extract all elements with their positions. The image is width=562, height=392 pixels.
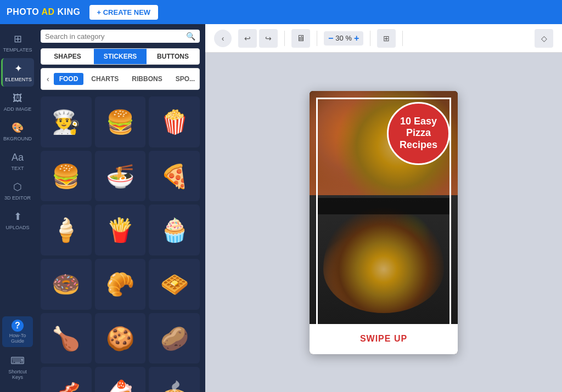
sticker-item-extra3[interactable]: 🥧 [149,367,200,392]
preview-button[interactable]: 🖥 [291,29,310,48]
uploads-label: UPLOADS [5,225,29,230]
sticker-item-cupcake[interactable]: 🧁 [149,204,200,255]
eraser-button[interactable]: ◇ [535,29,553,48]
toolbar-divider-3 [370,31,370,46]
sticker-item-potato[interactable]: 🥔 [149,313,200,364]
shortcuts-label: Shortcut Keys [3,369,32,380]
sticker-item-noodles[interactable]: 🍜 [95,151,146,202]
sidebar-item-uploads[interactable]: ⬆ UPLOADS [1,206,34,235]
tab-stickers[interactable]: STICKERS [94,49,147,64]
pizza-bottom-visual [323,203,444,313]
zoom-control: − 30 % + [324,31,363,46]
main-layout: ⊞ TEMPLATES ✦ ELEMENTS 🖼 ADD IMAGE 🎨 BKG… [0,24,562,392]
undo-redo-group: ↩ ↪ [238,29,278,48]
undo-button[interactable]: ↩ [238,29,257,48]
3d-editor-icon: ⬡ [12,181,24,193]
add-image-label: ADD IMAGE [4,106,32,112]
sticker-item-cookie[interactable]: 🍪 [95,313,146,364]
app-header: PHOTO AD KING + CREATE NEW [0,0,562,24]
sidebar-item-text[interactable]: Aa TEXT [1,147,34,175]
sticker-item-burger[interactable]: 🍔 [95,96,146,147]
sidebar-item-templates[interactable]: ⊞ TEMPLATES [1,29,34,57]
toolbar-divider-4 [402,31,403,46]
toolbar: ‹ ↩ ↪ 🖥 − 30 % + ⊞ ◇ [205,24,562,53]
background-label: BKGROUND [3,136,32,141]
subtab-spo[interactable]: SPO... [170,73,200,85]
subcategory-row: ‹ FOOD CHARTS RIBBONS SPO... › ⤢ [41,68,200,90]
subtab-charts[interactable]: CHARTS [86,73,124,85]
workspace: 10 Easy Pizza Recipes SWIPE UP [205,53,562,392]
red-circle-badge: 10 Easy Pizza Recipes [387,102,450,165]
subtab-food[interactable]: FOOD [54,73,84,85]
sticker-item-waffle[interactable]: 🧇 [149,259,200,310]
swipe-up-bar: SWIPE UP [310,324,458,354]
subcategory-prev-button[interactable]: ‹ [44,73,52,84]
sticker-item-donut[interactable]: 🍩 [41,259,92,310]
sidebar-item-shortcuts[interactable]: ⌨ Shortcut Keys [1,350,34,384]
sticker-item-extra2[interactable]: 🍰 [95,367,146,392]
how-to-label: How-To Guide [5,333,30,344]
text-icon: Aa [12,151,24,163]
sticker-item-croissant[interactable]: 🥐 [95,259,146,310]
uploads-icon: ⬆ [12,211,24,223]
sticker-item-burger2[interactable]: 🍔 [41,151,92,202]
sticker-item-fries[interactable]: 🍟 [95,204,146,255]
create-new-button[interactable]: + CREATE NEW [89,5,159,20]
tab-shapes[interactable]: SHAPES [41,49,94,64]
category-tabs: SHAPES STICKERS BUTTONS [41,48,200,65]
zoom-plus-button[interactable]: + [354,33,359,43]
canvas-area: ‹ ↩ ↪ 🖥 − 30 % + ⊞ ◇ [205,24,562,392]
elements-panel: 🔍 SHAPES STICKERS BUTTONS ‹ FOOD CHARTS … [35,24,205,392]
swipe-up-text: SWIPE UP [360,334,407,344]
elements-label: ELEMENTS [5,77,32,82]
sidebar-item-add-image[interactable]: 🖼 ADD IMAGE [1,88,34,116]
logo-highlight: AD [41,7,54,16]
sidebar-item-elements[interactable]: ✦ ELEMENTS [1,58,34,87]
redo-button[interactable]: ↪ [259,29,278,48]
sidebar-item-background[interactable]: 🎨 BKGROUND [1,117,34,146]
toolbar-divider-2 [317,31,317,46]
card-title: 10 Easy Pizza Recipes [397,113,440,154]
search-bar: 🔍 [35,24,205,48]
3d-editor-label: 3D EDITOR [4,195,31,201]
how-to-icon: ? [12,320,24,332]
sticker-item-extra1[interactable]: 🥓 [41,367,92,392]
templates-icon: ⊞ [12,33,24,45]
toolbar-divider-1 [284,31,285,46]
grid-button[interactable]: ⊞ [377,29,396,48]
sidebar-nav: ⊞ TEMPLATES ✦ ELEMENTS 🖼 ADD IMAGE 🎨 BKG… [0,24,35,392]
subtab-ribbons[interactable]: RIBBONS [126,73,167,85]
back-button[interactable]: ‹ [214,30,232,47]
elements-icon: ✦ [13,63,25,75]
shortcuts-icon: ⌨ [12,355,24,367]
sticker-item-chef[interactable]: 👨‍🍳 [41,96,92,147]
sticker-item-drumstick[interactable]: 🍗 [41,313,92,364]
search-input-wrap: 🔍 [41,30,200,43]
sticker-item-pizza-slice[interactable]: 🍕 [149,151,200,202]
templates-label: TEMPLATES [3,47,32,53]
design-card: 10 Easy Pizza Recipes SWIPE UP [310,91,458,354]
sidebar-item-3d-editor[interactable]: ⬡ 3D EDITOR [1,177,34,205]
add-image-icon: 🖼 [12,92,24,104]
search-icon: 🔍 [186,32,195,41]
tab-buttons[interactable]: BUTTONS [147,49,199,64]
how-to-guide-button[interactable]: ? How-To Guide [2,316,33,347]
background-icon: 🎨 [12,122,24,134]
dark-mid-band [316,198,451,214]
sticker-grid: 👨‍🍳 🍔 🍿 🍔 🍜 🍕 🍦 🍟 🧁 🍩 🥐 🧇 🍗 🍪 🥔 🥓 🍰 🥧 [35,93,205,392]
sticker-item-popcorn[interactable]: 🍿 [149,96,200,147]
zoom-level: 30 % [335,34,352,42]
sticker-item-icecream[interactable]: 🍦 [41,204,92,255]
search-input[interactable] [45,32,183,41]
zoom-minus-button[interactable]: − [328,33,333,43]
app-logo: PHOTO AD KING [7,7,81,17]
text-label: TEXT [11,166,24,171]
